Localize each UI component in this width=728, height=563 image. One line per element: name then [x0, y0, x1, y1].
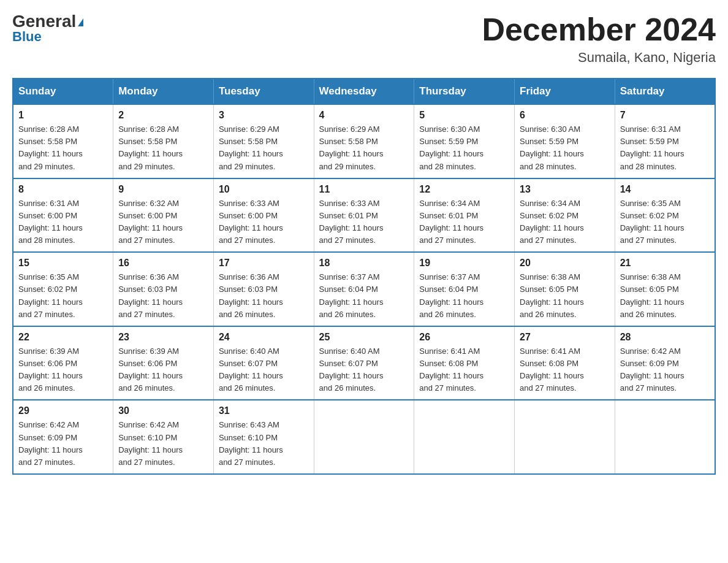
table-row: 14 Sunrise: 6:35 AM Sunset: 6:02 PM Dayl…: [615, 178, 715, 253]
day-info: Sunrise: 6:35 AM Sunset: 6:02 PM Dayligh…: [18, 271, 108, 321]
day-info: Sunrise: 6:41 AM Sunset: 6:08 PM Dayligh…: [419, 345, 509, 395]
calendar-week-2: 8 Sunrise: 6:31 AM Sunset: 6:00 PM Dayli…: [13, 178, 715, 253]
day-number: 7: [620, 110, 710, 121]
day-info: Sunrise: 6:40 AM Sunset: 6:07 PM Dayligh…: [319, 345, 409, 395]
table-row: 25 Sunrise: 6:40 AM Sunset: 6:07 PM Dayl…: [314, 326, 414, 400]
day-info: Sunrise: 6:42 AM Sunset: 6:10 PM Dayligh…: [118, 419, 208, 469]
day-number: 23: [118, 332, 208, 343]
table-row: 27 Sunrise: 6:41 AM Sunset: 6:08 PM Dayl…: [515, 326, 615, 400]
table-row: 11 Sunrise: 6:33 AM Sunset: 6:01 PM Dayl…: [314, 178, 414, 253]
day-info: Sunrise: 6:41 AM Sunset: 6:08 PM Dayligh…: [520, 345, 610, 395]
table-row: 30 Sunrise: 6:42 AM Sunset: 6:10 PM Dayl…: [113, 400, 214, 474]
day-number: 13: [520, 184, 610, 195]
day-number: 9: [118, 184, 208, 195]
day-number: 19: [419, 258, 509, 269]
table-row: 21 Sunrise: 6:38 AM Sunset: 6:05 PM Dayl…: [615, 252, 715, 326]
day-info: Sunrise: 6:39 AM Sunset: 6:06 PM Dayligh…: [18, 345, 108, 395]
day-number: 4: [319, 110, 409, 121]
month-title: December 2024: [482, 12, 716, 47]
calendar-week-1: 1 Sunrise: 6:28 AM Sunset: 5:58 PM Dayli…: [13, 104, 715, 178]
table-row: 28 Sunrise: 6:42 AM Sunset: 6:09 PM Dayl…: [615, 326, 715, 400]
day-info: Sunrise: 6:42 AM Sunset: 6:09 PM Dayligh…: [18, 419, 108, 469]
day-number: 16: [118, 258, 208, 269]
day-number: 28: [620, 332, 710, 343]
page-header: General Blue December 2024 Sumaila, Kano…: [12, 12, 716, 66]
table-row: 10 Sunrise: 6:33 AM Sunset: 6:00 PM Dayl…: [213, 178, 314, 253]
day-number: 26: [419, 332, 509, 343]
day-number: 8: [18, 184, 108, 195]
calendar-week-3: 15 Sunrise: 6:35 AM Sunset: 6:02 PM Dayl…: [13, 252, 715, 326]
day-info: Sunrise: 6:38 AM Sunset: 6:05 PM Dayligh…: [520, 271, 610, 321]
table-row: 5 Sunrise: 6:30 AM Sunset: 5:59 PM Dayli…: [414, 104, 515, 178]
day-info: Sunrise: 6:36 AM Sunset: 6:03 PM Dayligh…: [118, 271, 208, 321]
table-row: 13 Sunrise: 6:34 AM Sunset: 6:02 PM Dayl…: [515, 178, 615, 253]
day-info: Sunrise: 6:31 AM Sunset: 6:00 PM Dayligh…: [18, 197, 108, 247]
logo-blue: Blue: [12, 29, 42, 45]
calendar-table: Sunday Monday Tuesday Wednesday Thursday…: [12, 78, 716, 475]
table-row: 7 Sunrise: 6:31 AM Sunset: 5:59 PM Dayli…: [615, 104, 715, 178]
header-thursday: Thursday: [414, 79, 515, 104]
day-info: Sunrise: 6:34 AM Sunset: 6:02 PM Dayligh…: [520, 197, 610, 247]
title-section: December 2024 Sumaila, Kano, Nigeria: [482, 12, 716, 66]
day-number: 20: [520, 258, 610, 269]
calendar-week-5: 29 Sunrise: 6:42 AM Sunset: 6:09 PM Dayl…: [13, 400, 715, 474]
day-number: 2: [118, 110, 208, 121]
table-row: 12 Sunrise: 6:34 AM Sunset: 6:01 PM Dayl…: [414, 178, 515, 253]
day-number: 15: [18, 258, 108, 269]
day-info: Sunrise: 6:33 AM Sunset: 6:01 PM Dayligh…: [319, 197, 409, 247]
day-number: 5: [419, 110, 509, 121]
table-row: 17 Sunrise: 6:36 AM Sunset: 6:03 PM Dayl…: [213, 252, 314, 326]
day-info: Sunrise: 6:34 AM Sunset: 6:01 PM Dayligh…: [419, 197, 509, 247]
day-info: Sunrise: 6:32 AM Sunset: 6:00 PM Dayligh…: [118, 197, 208, 247]
day-number: 21: [620, 258, 710, 269]
table-row: 4 Sunrise: 6:29 AM Sunset: 5:58 PM Dayli…: [314, 104, 414, 178]
table-row: 22 Sunrise: 6:39 AM Sunset: 6:06 PM Dayl…: [13, 326, 113, 400]
table-row: [414, 400, 515, 474]
day-number: 25: [319, 332, 409, 343]
header-friday: Friday: [515, 79, 615, 104]
day-number: 27: [520, 332, 610, 343]
day-info: Sunrise: 6:30 AM Sunset: 5:59 PM Dayligh…: [419, 123, 509, 173]
day-number: 11: [319, 184, 409, 195]
day-number: 30: [118, 405, 208, 416]
day-info: Sunrise: 6:31 AM Sunset: 5:59 PM Dayligh…: [620, 123, 710, 173]
header-sunday: Sunday: [13, 79, 113, 104]
table-row: [615, 400, 715, 474]
calendar-header-row: Sunday Monday Tuesday Wednesday Thursday…: [13, 79, 715, 104]
location: Sumaila, Kano, Nigeria: [482, 50, 716, 66]
table-row: 1 Sunrise: 6:28 AM Sunset: 5:58 PM Dayli…: [13, 104, 113, 178]
day-number: 3: [219, 110, 309, 121]
table-row: [314, 400, 414, 474]
day-info: Sunrise: 6:43 AM Sunset: 6:10 PM Dayligh…: [219, 419, 309, 469]
table-row: 9 Sunrise: 6:32 AM Sunset: 6:00 PM Dayli…: [113, 178, 214, 253]
header-monday: Monday: [113, 79, 214, 104]
table-row: 20 Sunrise: 6:38 AM Sunset: 6:05 PM Dayl…: [515, 252, 615, 326]
table-row: 31 Sunrise: 6:43 AM Sunset: 6:10 PM Dayl…: [213, 400, 314, 474]
table-row: 8 Sunrise: 6:31 AM Sunset: 6:00 PM Dayli…: [13, 178, 113, 253]
day-number: 29: [18, 405, 108, 416]
table-row: 26 Sunrise: 6:41 AM Sunset: 6:08 PM Dayl…: [414, 326, 515, 400]
day-info: Sunrise: 6:29 AM Sunset: 5:58 PM Dayligh…: [219, 123, 309, 173]
day-info: Sunrise: 6:30 AM Sunset: 5:59 PM Dayligh…: [520, 123, 610, 173]
table-row: 6 Sunrise: 6:30 AM Sunset: 5:59 PM Dayli…: [515, 104, 615, 178]
day-info: Sunrise: 6:33 AM Sunset: 6:00 PM Dayligh…: [219, 197, 309, 247]
day-number: 1: [18, 110, 108, 121]
header-saturday: Saturday: [615, 79, 715, 104]
day-info: Sunrise: 6:29 AM Sunset: 5:58 PM Dayligh…: [319, 123, 409, 173]
table-row: 23 Sunrise: 6:39 AM Sunset: 6:06 PM Dayl…: [113, 326, 214, 400]
day-info: Sunrise: 6:28 AM Sunset: 5:58 PM Dayligh…: [18, 123, 108, 173]
table-row: 29 Sunrise: 6:42 AM Sunset: 6:09 PM Dayl…: [13, 400, 113, 474]
day-number: 31: [219, 405, 309, 416]
day-number: 12: [419, 184, 509, 195]
day-info: Sunrise: 6:39 AM Sunset: 6:06 PM Dayligh…: [118, 345, 208, 395]
day-info: Sunrise: 6:38 AM Sunset: 6:05 PM Dayligh…: [620, 271, 710, 321]
day-info: Sunrise: 6:40 AM Sunset: 6:07 PM Dayligh…: [219, 345, 309, 395]
table-row: 2 Sunrise: 6:28 AM Sunset: 5:58 PM Dayli…: [113, 104, 214, 178]
table-row: 15 Sunrise: 6:35 AM Sunset: 6:02 PM Dayl…: [13, 252, 113, 326]
table-row: 24 Sunrise: 6:40 AM Sunset: 6:07 PM Dayl…: [213, 326, 314, 400]
table-row: 19 Sunrise: 6:37 AM Sunset: 6:04 PM Dayl…: [414, 252, 515, 326]
header-wednesday: Wednesday: [314, 79, 414, 104]
day-number: 14: [620, 184, 710, 195]
table-row: [515, 400, 615, 474]
day-number: 6: [520, 110, 610, 121]
